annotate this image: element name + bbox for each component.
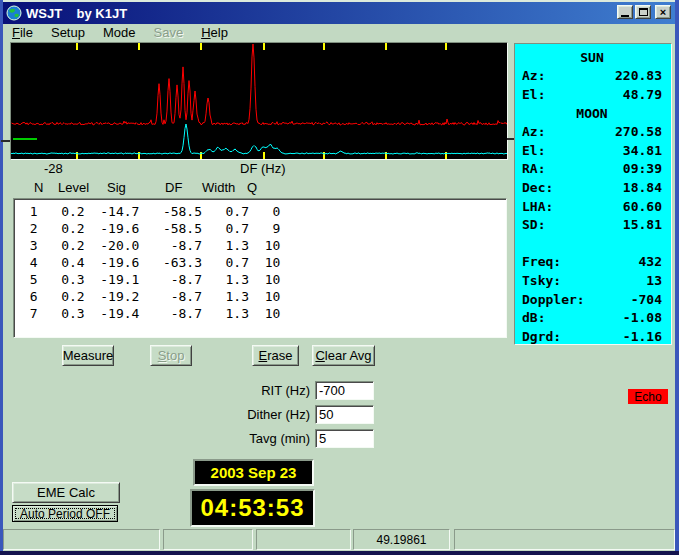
astro-label: dB: [522, 310, 545, 325]
date-display: 2003 Sep 23 [193, 459, 314, 486]
astro-value: -1.08 [623, 310, 662, 325]
freq-tick-bottom [323, 152, 325, 159]
freq-tick-top [200, 43, 202, 50]
astro-row: Dec:18.84 [522, 178, 662, 197]
astro-row: RA:09:39 [522, 160, 662, 179]
menu-item-file[interactable]: File [3, 24, 42, 41]
astro-spacer [522, 234, 662, 253]
erase-button[interactable]: Erase [252, 345, 299, 366]
field-label: Dither (Hz) [200, 407, 310, 422]
astro-row: SD:15.81 [522, 215, 662, 234]
window-border-left [0, 0, 3, 555]
title-bar[interactable]: WSJT by K1JT × [3, 2, 675, 24]
astro-label: Dec: [522, 180, 553, 195]
field-label: Tavg (min) [200, 431, 310, 446]
astro-row: Az:270.58 [522, 122, 662, 141]
table-row[interactable]: 2 0.2 -19.6 -58.5 0.7 9 [22, 220, 506, 237]
eme-calc-button[interactable]: EME Calc [12, 482, 120, 503]
window-title: WSJT by K1JT [26, 6, 127, 21]
astro-value: 432 [639, 254, 662, 269]
astro-value: 34.81 [623, 143, 662, 158]
menu-item-save: Save [144, 24, 192, 41]
freq-tick-top [445, 43, 447, 50]
freq-tick-top [385, 43, 387, 50]
astro-value: 48.79 [623, 87, 662, 102]
astro-value: 09:39 [623, 161, 662, 176]
spectrum-plot[interactable] [10, 42, 508, 160]
status-panel-2 [163, 529, 253, 550]
window-border-bottom [0, 551, 679, 555]
menu-item-setup[interactable]: Setup [42, 24, 94, 41]
close-icon[interactable]: × [655, 5, 671, 19]
column-header-width: Width [202, 180, 235, 195]
status-panel-5 [454, 529, 675, 550]
dither-input[interactable] [315, 405, 374, 424]
field-label: RIT (Hz) [200, 383, 310, 398]
measure-button[interactable]: Measure [62, 345, 114, 366]
x-axis-title: DF (Hz) [240, 161, 286, 176]
astro-label: SD: [522, 217, 545, 232]
astro-value: 15.81 [623, 217, 662, 232]
freq-tick-top [323, 43, 325, 50]
table-row[interactable]: 3 0.2 -20.0 -8.7 1.3 10 [22, 237, 506, 254]
measurements-list[interactable]: 1 0.2 -14.7 -58.5 0.7 0 2 0.2 -19.6 -58.… [13, 198, 507, 338]
table-row[interactable]: 4 0.4 -19.6 -63.3 0.7 10 [22, 254, 506, 271]
astro-value: 270.58 [615, 124, 662, 139]
freq-tick-top [263, 43, 265, 50]
field-input-wrap [315, 381, 374, 400]
echo-mode-badge: Echo [628, 389, 668, 404]
table-row[interactable]: 1 0.2 -14.7 -58.5 0.7 0 [22, 203, 506, 220]
column-header-df: DF [165, 180, 182, 195]
field-input-wrap [315, 429, 374, 448]
astro-row: El:34.81 [522, 141, 662, 160]
status-panel-1 [3, 529, 160, 550]
status-panel-4: 49.19861 [353, 529, 450, 550]
column-header-n: N [34, 180, 43, 195]
time-display: 04:53:53 [190, 489, 315, 527]
freq-tick-top [138, 43, 140, 50]
astro-label: Az: [522, 124, 545, 139]
astro-value: -704 [631, 292, 662, 307]
astro-value: 60.60 [623, 199, 662, 214]
astro-value: 18.84 [623, 180, 662, 195]
astro-label: El: [522, 143, 545, 158]
stop-button: Stop [150, 345, 192, 366]
auto-period-button[interactable]: Auto Period OFF [12, 505, 118, 522]
astro-label: Freq: [522, 254, 561, 269]
astro-row: Freq:432 [522, 253, 662, 272]
clear-avg-button[interactable]: Clear Avg [312, 345, 375, 366]
plot-left-tick [1, 140, 10, 142]
x-axis-tick-label: -28 [44, 161, 63, 176]
window-controls: × [615, 5, 671, 19]
astro-row: dB:-1.08 [522, 308, 662, 327]
column-header-sig: Sig [107, 180, 126, 195]
column-header-level: Level [58, 180, 89, 195]
astro-row: Tsky:13 [522, 271, 662, 290]
freq-tick-top [76, 43, 78, 50]
tavg-input[interactable] [315, 429, 374, 448]
astro-section-header: SUN [522, 48, 662, 67]
astro-label: Dgrd: [522, 329, 561, 344]
astro-label: LHA: [522, 199, 553, 214]
rit-input[interactable] [315, 381, 374, 400]
astro-value: 220.83 [615, 68, 662, 83]
astro-row: El:48.79 [522, 85, 662, 104]
astro-data-panel: SUNAz:220.83El:48.79MOONAz:270.58El:34.8… [514, 43, 672, 345]
menu-item-help[interactable]: Help [192, 24, 237, 41]
menu-bar: FileSetupModeSaveHelp [3, 24, 675, 41]
astro-label: Az: [522, 68, 545, 83]
table-row[interactable]: 5 0.3 -19.1 -8.7 1.3 10 [22, 271, 506, 288]
astro-value: -1.16 [623, 329, 662, 344]
astro-row: LHA:60.60 [522, 197, 662, 216]
wsjt-window: WSJT by K1JT × FileSetupModeSaveHelp -28… [0, 0, 679, 555]
app-globe-icon [6, 5, 22, 21]
window-border-right [675, 0, 679, 555]
astro-label: El: [522, 87, 545, 102]
maximize-icon[interactable] [635, 5, 651, 19]
astro-value: 13 [646, 273, 662, 288]
table-row[interactable]: 6 0.2 -19.2 -8.7 1.3 10 [22, 288, 506, 305]
status-panel-3 [256, 529, 351, 550]
menu-item-mode[interactable]: Mode [94, 24, 145, 41]
minimize-icon[interactable] [617, 5, 633, 19]
table-row[interactable]: 7 0.3 -19.4 -8.7 1.3 10 [22, 305, 506, 322]
